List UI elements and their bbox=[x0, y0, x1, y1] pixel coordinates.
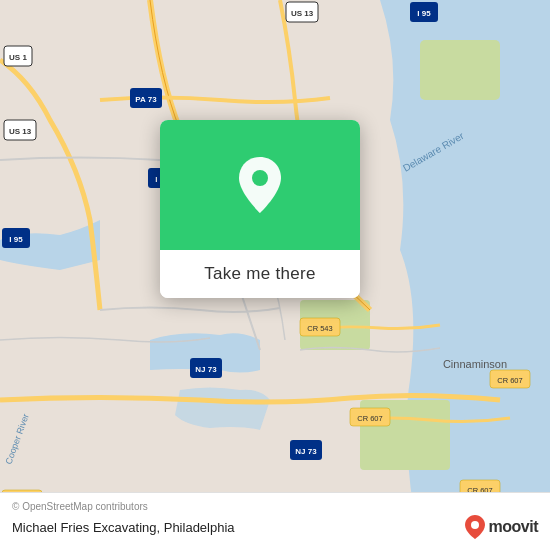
svg-text:CR 543: CR 543 bbox=[307, 324, 332, 333]
location-pin-icon bbox=[235, 155, 285, 215]
svg-text:I 95: I 95 bbox=[9, 235, 23, 244]
svg-text:US 1: US 1 bbox=[9, 53, 27, 62]
svg-text:Cinnaminson: Cinnaminson bbox=[443, 358, 507, 370]
svg-text:US 13: US 13 bbox=[291, 9, 314, 18]
popup-button-area[interactable]: Take me there bbox=[160, 250, 360, 298]
map-container: US 1 US 13 PA 73 US 13 I 95 I 95 I 95 NJ… bbox=[0, 0, 550, 550]
svg-text:US 13: US 13 bbox=[9, 127, 32, 136]
svg-text:NJ 73: NJ 73 bbox=[195, 365, 217, 374]
place-name: Michael Fries Excavating, Philadelphia bbox=[12, 520, 235, 535]
svg-text:I 95: I 95 bbox=[417, 9, 431, 18]
moovit-logo: moovit bbox=[464, 514, 538, 540]
svg-text:PA 73: PA 73 bbox=[135, 95, 157, 104]
svg-rect-1 bbox=[420, 40, 500, 100]
popup-green-area bbox=[160, 120, 360, 250]
svg-text:CR 607: CR 607 bbox=[497, 376, 522, 385]
popup-card: Take me there bbox=[160, 120, 360, 298]
take-me-there-button[interactable]: Take me there bbox=[204, 264, 316, 284]
bottom-bar: © OpenStreetMap contributors Michael Fri… bbox=[0, 492, 550, 550]
moovit-text: moovit bbox=[489, 518, 538, 536]
place-info-row: Michael Fries Excavating, Philadelphia m… bbox=[12, 514, 538, 540]
svg-text:NJ 73: NJ 73 bbox=[295, 447, 317, 456]
attribution-text: © OpenStreetMap contributors bbox=[12, 501, 538, 512]
svg-text:CR 607: CR 607 bbox=[357, 414, 382, 423]
svg-point-37 bbox=[252, 170, 268, 186]
svg-point-38 bbox=[471, 521, 479, 529]
moovit-logo-pin-icon bbox=[464, 514, 486, 540]
